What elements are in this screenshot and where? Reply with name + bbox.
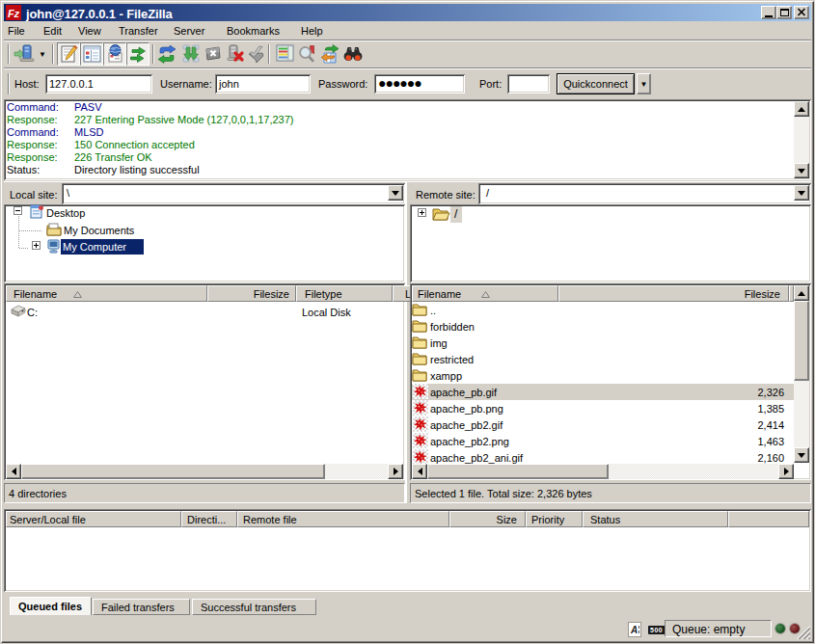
svg-text:Fz: Fz: [8, 8, 20, 19]
